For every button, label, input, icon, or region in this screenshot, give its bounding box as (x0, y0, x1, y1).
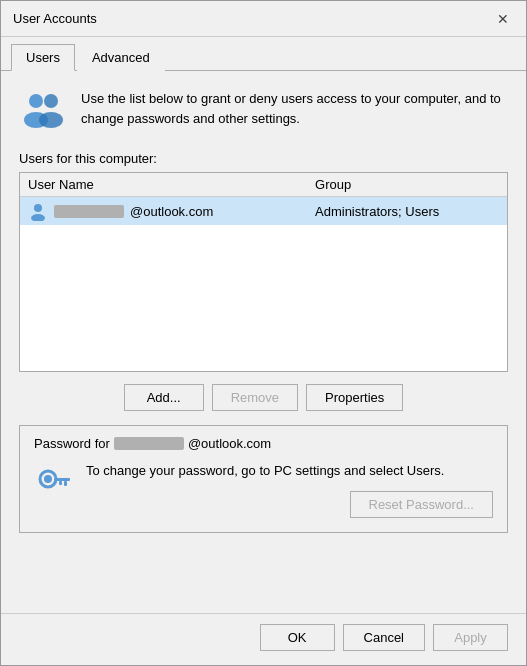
key-icon (34, 461, 74, 504)
table-row[interactable]: @outlook.com Administrators; Users (20, 197, 507, 226)
properties-button[interactable]: Properties (306, 384, 403, 411)
users-table: User Name Group (20, 173, 507, 225)
user-avatar-icon (28, 201, 48, 221)
tab-content: Use the list below to grant or deny user… (1, 71, 526, 613)
user-group-cell: Administrators; Users (307, 197, 507, 226)
tab-users[interactable]: Users (11, 44, 75, 71)
users-section-label: Users for this computer: (19, 151, 508, 166)
users-icon (19, 87, 67, 135)
users-table-container[interactable]: User Name Group (19, 172, 508, 372)
svg-rect-9 (64, 481, 67, 486)
remove-button[interactable]: Remove (212, 384, 298, 411)
svg-point-4 (34, 204, 42, 212)
dialog-window: User Accounts ✕ Users Advanced (0, 0, 527, 666)
password-info: To change your password, go to PC settin… (34, 461, 493, 518)
user-name-cell: @outlook.com (20, 197, 307, 226)
password-section: Password for @outlook.com To change your… (19, 425, 508, 533)
close-icon: ✕ (497, 11, 509, 27)
add-button[interactable]: Add... (124, 384, 204, 411)
password-label: Password for @outlook.com (34, 436, 493, 451)
ok-button[interactable]: OK (260, 624, 335, 651)
close-button[interactable]: ✕ (492, 8, 514, 30)
username-suffix: @outlook.com (130, 204, 213, 219)
password-username-suffix: @outlook.com (188, 436, 271, 451)
table-header-row: User Name Group (20, 173, 507, 197)
svg-point-7 (44, 475, 52, 483)
svg-point-0 (29, 94, 43, 108)
svg-point-5 (31, 214, 45, 221)
apply-button[interactable]: Apply (433, 624, 508, 651)
svg-rect-8 (54, 478, 70, 481)
username-redacted (54, 205, 124, 218)
title-bar: User Accounts ✕ (1, 1, 526, 37)
cancel-button[interactable]: Cancel (343, 624, 425, 651)
column-username: User Name (20, 173, 307, 197)
dialog-footer: OK Cancel Apply (1, 613, 526, 665)
svg-rect-10 (59, 481, 62, 485)
tab-bar: Users Advanced (1, 37, 526, 71)
user-action-buttons: Add... Remove Properties (19, 384, 508, 411)
svg-point-2 (44, 94, 58, 108)
column-group: Group (307, 173, 507, 197)
password-change-text: To change your password, go to PC settin… (86, 461, 493, 481)
svg-point-3 (39, 112, 63, 128)
window-title: User Accounts (13, 11, 97, 26)
info-section: Use the list below to grant or deny user… (19, 87, 508, 135)
reset-password-button[interactable]: Reset Password... (350, 491, 494, 518)
password-username-redacted (114, 437, 184, 450)
info-description: Use the list below to grant or deny user… (81, 87, 508, 128)
tab-advanced[interactable]: Advanced (77, 44, 165, 71)
